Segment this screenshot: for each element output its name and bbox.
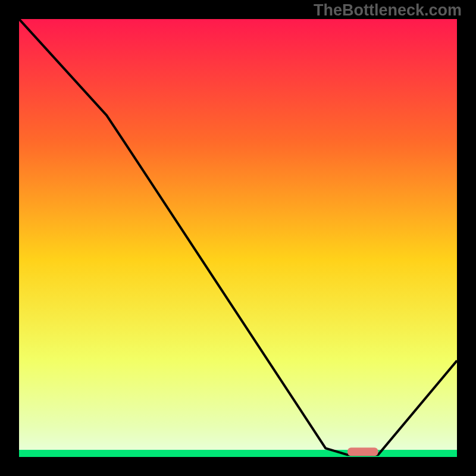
chart-svg (19, 19, 457, 457)
gradient-background (19, 19, 457, 457)
watermark-label: TheBottleneck.com (314, 1, 462, 20)
highlight-marker (347, 447, 378, 456)
chart-plot-area (19, 19, 457, 457)
chart-frame: TheBottleneck.com (0, 0, 476, 476)
green-bottom-strip (19, 450, 457, 457)
